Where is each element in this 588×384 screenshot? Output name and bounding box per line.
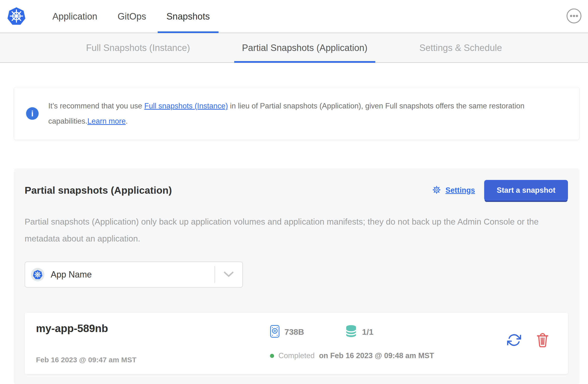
top-nav: Application GitOps Snapshots xyxy=(0,0,588,33)
tab-snapshots[interactable]: Snapshots xyxy=(166,0,210,33)
settings-label: Settings xyxy=(445,186,475,195)
status-dot xyxy=(270,354,274,358)
snapshot-size-value: 738B xyxy=(284,327,304,337)
snapshot-started-date: Feb 16 2023 @ 09:47 am MST xyxy=(36,356,270,364)
status-finished-prefix: on xyxy=(319,351,328,360)
snapshot-finished-date: Feb 16 2023 @ 09:48 am MST xyxy=(330,351,434,360)
snapshot-identity: my-app-589nb Feb 16 2023 @ 09:47 am MST xyxy=(25,313,270,374)
gear-icon xyxy=(431,184,442,196)
tab-application[interactable]: Application xyxy=(52,0,97,33)
subtab-full-snapshots[interactable]: Full Snapshots (Instance) xyxy=(86,33,190,63)
chevron-down-icon[interactable] xyxy=(215,272,242,278)
card-header: Partial snapshots (Application) xyxy=(25,180,568,201)
tab-gitops[interactable]: GitOps xyxy=(118,0,146,33)
banner-text: It’s recommend that you use Full snapsho… xyxy=(48,98,555,129)
more-menu-icon[interactable] xyxy=(566,8,582,24)
info-glyph: i xyxy=(31,109,33,118)
learn-more-link[interactable]: Learn more xyxy=(87,117,126,125)
snapshot-settings-link[interactable]: Settings xyxy=(431,184,475,196)
full-snapshots-link[interactable]: Full snapshots (Instance) xyxy=(144,102,228,110)
subtab-settings-schedule[interactable]: Settings & Schedule xyxy=(420,33,502,63)
partial-snapshots-card: Partial snapshots (Application) xyxy=(14,168,580,384)
snapshot-details: 738B 1/1 xyxy=(270,313,507,374)
banner-text-before: It’s recommend that you use xyxy=(48,102,144,110)
snapshot-name: my-app-589nb xyxy=(36,322,270,335)
trash-icon[interactable] xyxy=(536,333,549,348)
snapshot-size: 738B xyxy=(270,325,304,339)
kubernetes-icon xyxy=(31,268,44,281)
snapshot-volumes: 1/1 xyxy=(345,325,373,339)
snapshots-page: Application GitOps Snapshots Full Snapsh… xyxy=(0,0,588,384)
info-banner: i It’s recommend that you use Full snaps… xyxy=(14,87,580,140)
status-finished-text: on Feb 16 2023 @ 09:48 am MST xyxy=(319,351,434,360)
main-content: i It’s recommend that you use Full snaps… xyxy=(14,63,580,384)
page-title: Partial snapshots (Application) xyxy=(25,185,172,196)
status-label: Completed xyxy=(278,351,315,360)
snapshot-metrics: 738B 1/1 xyxy=(270,325,507,339)
primary-tabs: Application GitOps Snapshots xyxy=(52,0,210,33)
card-actions: Settings Start a snapshot xyxy=(431,180,568,201)
snapshots-subnav: Full Snapshots (Instance) Partial Snapsh… xyxy=(0,33,588,63)
snapshot-actions xyxy=(507,313,568,374)
restore-icon[interactable] xyxy=(507,333,521,348)
snapshot-volumes-value: 1/1 xyxy=(362,327,373,337)
app-name-select[interactable]: App Name xyxy=(25,261,243,288)
card-description: Partial snapshots (Application) only bac… xyxy=(25,213,544,247)
database-icon xyxy=(345,325,357,339)
disk-volume-icon xyxy=(270,325,280,339)
start-snapshot-button[interactable]: Start a snapshot xyxy=(484,180,568,201)
app-select-value: App Name xyxy=(51,270,92,280)
kubernetes-logo xyxy=(7,6,26,26)
info-icon: i xyxy=(26,107,39,120)
snapshot-status: Completed on Feb 16 2023 @ 09:48 am MST xyxy=(270,351,507,360)
subtab-partial-snapshots[interactable]: Partial Snapshots (Application) xyxy=(242,33,368,63)
banner-text-after: . xyxy=(126,117,128,125)
snapshot-row: my-app-589nb Feb 16 2023 @ 09:47 am MST xyxy=(25,313,568,374)
